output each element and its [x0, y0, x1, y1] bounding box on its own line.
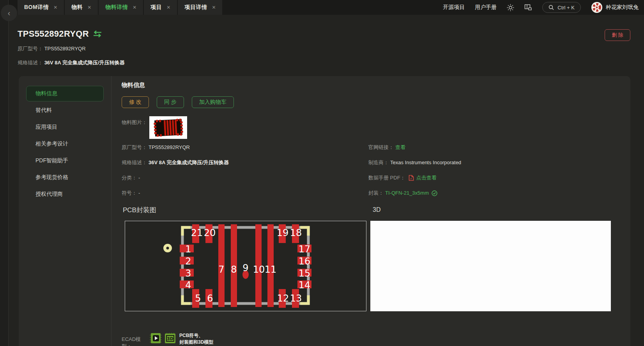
ecad-symbol-icon[interactable] [150, 333, 162, 344]
sidebar-item-authorized-agents[interactable]: 授权代理商 [26, 186, 104, 202]
ecad-model-label: ECAD模型： [122, 336, 150, 346]
sidebar-item-alternatives[interactable]: 替代料 [26, 103, 104, 118]
svg-text:21: 21 [191, 227, 203, 238]
top-bar: BOM详情 ✕ 物料 ✕ 物料详情 ✕ 项目 ✕ 项目详情 ✕ 开源项目 用户手… [0, 0, 644, 15]
edit-button[interactable]: 修 改 [122, 96, 149, 108]
tab-bom-detail[interactable]: BOM详情 ✕ [18, 0, 64, 15]
svg-text:17: 17 [299, 244, 311, 255]
verified-check-icon [432, 190, 437, 196]
svg-text:3: 3 [185, 268, 191, 279]
header-mpn-row: 原厂型号： TPS552892RYQR [18, 45, 86, 52]
tab-label: 物料 [71, 4, 83, 11]
svg-text:11: 11 [265, 264, 277, 275]
fields-left-column: 原厂型号： TPS552892RYQR 规格描述： 36V 8A 完全集成式降压… [122, 145, 229, 206]
material-image-label: 物料图片： [122, 119, 147, 126]
window-layout-icon[interactable] [524, 4, 532, 11]
collapse-panel-button[interactable]: ‹ [1, 5, 17, 21]
pcb-footprint-title: PCB封装图 [123, 206, 156, 215]
datasheet-link[interactable]: 点击查看 [416, 175, 437, 181]
desc-value: 36V 8A 完全集成式降压/升压转换器 [44, 60, 125, 66]
mpn-value: TPS552892RYQR [44, 46, 86, 51]
pdf-icon [409, 175, 414, 181]
close-icon[interactable]: ✕ [87, 5, 91, 10]
top-nav-right: 开源项目 用户手册 [443, 0, 644, 15]
package-link[interactable]: TI-QFN-21_3x5mm [385, 190, 429, 196]
fields-right-column: 官网链接： 查看 制造商： Texas Instruments Incorpor… [368, 145, 461, 206]
close-icon[interactable]: ✕ [53, 5, 57, 10]
sidebar-item-pdf-assistant[interactable]: PDF智能助手 [26, 153, 104, 169]
tab-label: 物料详情 [105, 4, 128, 11]
website-link[interactable]: 查看 [395, 145, 405, 150]
section-title: 物料信息 [122, 82, 145, 89]
collapsed-panel-rail [0, 0, 9, 346]
field-package: 封装： TI-QFN-21_3x5mm [368, 190, 461, 196]
svg-text:5: 5 [195, 293, 201, 304]
material-image-thumbnail[interactable] [149, 116, 187, 139]
tab-material-detail[interactable]: 物料详情 ✕ [99, 0, 143, 15]
chevron-left-icon: ‹ [8, 9, 11, 18]
close-icon[interactable]: ✕ [212, 5, 216, 10]
sync-button[interactable]: 同 步 [157, 96, 184, 108]
action-buttons: 修 改 同 步 加入购物车 [122, 96, 234, 108]
sidebar-item-reference-designs[interactable]: 相关参考设计 [26, 136, 104, 152]
detail-content: 物料信息 修 改 同 步 加入购物车 物料图片： [122, 76, 624, 346]
search-icon [548, 5, 554, 10]
svg-text:6: 6 [207, 293, 213, 304]
nav-open-source-link[interactable]: 开源项目 [443, 4, 465, 11]
mpn-label: 原厂型号： [18, 46, 43, 51]
field-manufacturer: 制造商： Texas Instruments Incorporated [368, 160, 461, 165]
field-symbol: 符号： - [122, 190, 229, 196]
tab-label: BOM详情 [24, 4, 49, 11]
tab-label: 项目详情 [184, 4, 207, 11]
svg-text:15: 15 [299, 268, 311, 279]
ecad-model-description: PCB符号、 封装图和3D模型 [179, 332, 213, 346]
theme-sun-icon[interactable] [507, 4, 514, 11]
delete-button[interactable]: 删 除 [605, 29, 630, 41]
swap-icon[interactable] [93, 30, 102, 38]
svg-text:3D: 3D [167, 336, 173, 341]
tab-project[interactable]: 项目 ✕ [144, 0, 177, 15]
user-menu[interactable]: 种花家刘氓兔 [591, 2, 639, 13]
add-to-cart-button[interactable]: 加入购物车 [192, 96, 234, 108]
nav-user-manual-link[interactable]: 用户手册 [475, 4, 497, 11]
svg-text:19: 19 [277, 227, 289, 238]
field-mpn: 原厂型号： TPS552892RYQR [122, 145, 229, 150]
field-datasheet: 数据手册 PDF： 点击查看 [368, 175, 461, 181]
sidebar-item-material-info[interactable]: 物料信息 [26, 86, 104, 101]
svg-text:1: 1 [185, 244, 191, 255]
svg-text:9: 9 [242, 263, 248, 273]
search-shortcut-hint: Ctrl + K [557, 5, 575, 11]
close-icon[interactable]: ✕ [166, 5, 170, 10]
svg-text:18: 18 [290, 227, 302, 238]
field-website: 官网链接： 查看 [368, 145, 461, 150]
sidebar-item-applied-projects[interactable]: 应用项目 [26, 119, 104, 135]
tab-material[interactable]: 物料 ✕ [65, 0, 98, 15]
svg-text:20: 20 [204, 227, 216, 238]
username: 种花家刘氓兔 [606, 4, 639, 11]
close-icon[interactable]: ✕ [133, 5, 136, 10]
svg-text:12: 12 [277, 293, 289, 304]
svg-text:4: 4 [185, 280, 191, 291]
svg-text:13: 13 [290, 293, 302, 304]
pcb-footprint-viewer[interactable]: 21 20 19 18 1 2 3 4 17 16 15 14 5 6 12 1… [125, 221, 366, 311]
detail-sidebar: 物料信息 替代料 应用项目 相关参考设计 PDF智能助手 参考现货价格 授权代理… [19, 76, 111, 346]
field-description: 规格描述： 36V 8A 完全集成式降压/升压转换器 [122, 160, 229, 165]
tab-strip: BOM详情 ✕ 物料 ✕ 物料详情 ✕ 项目 ✕ 项目详情 ✕ [18, 0, 223, 15]
svg-text:10: 10 [253, 264, 265, 275]
svg-text:7: 7 [218, 264, 224, 275]
avatar [591, 2, 603, 13]
svg-text:2: 2 [185, 256, 191, 267]
threed-viewer[interactable] [370, 221, 611, 311]
tab-project-detail[interactable]: 项目详情 ✕ [178, 0, 222, 15]
tab-label: 项目 [150, 4, 162, 11]
desc-label: 规格描述： [18, 60, 43, 66]
chip-thumbnail-image [149, 116, 187, 139]
ecad-3d-icon[interactable]: 3D [164, 333, 176, 344]
ecad-model-row: ECAD模型： [122, 330, 213, 346]
search-input[interactable]: Ctrl + K [542, 2, 581, 13]
page-title: TPS552892RYQR [18, 29, 89, 39]
pcb-footprint-drawing: 21 20 19 18 1 2 3 4 17 16 15 14 5 6 12 1… [125, 221, 366, 311]
threed-title: 3D [373, 206, 380, 213]
sidebar-item-spot-price[interactable]: 参考现货价格 [26, 170, 104, 185]
svg-text:14: 14 [299, 280, 311, 291]
